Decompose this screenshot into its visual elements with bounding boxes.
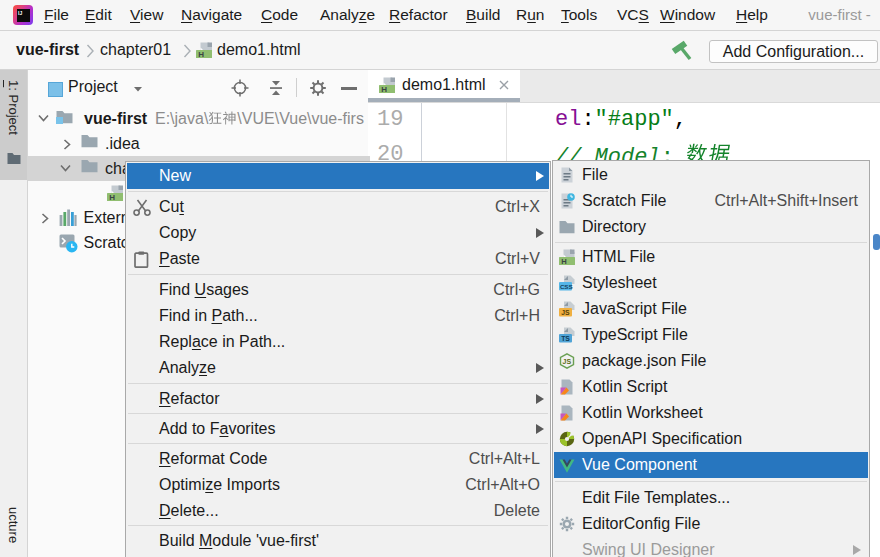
svg-text:H: H <box>381 85 387 93</box>
svg-text:H: H <box>561 257 566 265</box>
svg-text:JS: JS <box>561 309 570 316</box>
svg-text:JS: JS <box>563 358 572 365</box>
svg-text:H: H <box>198 50 204 58</box>
svg-text:H: H <box>109 193 115 201</box>
svg-text:TS: TS <box>561 335 570 342</box>
svg-text:CSS: CSS <box>560 283 573 290</box>
